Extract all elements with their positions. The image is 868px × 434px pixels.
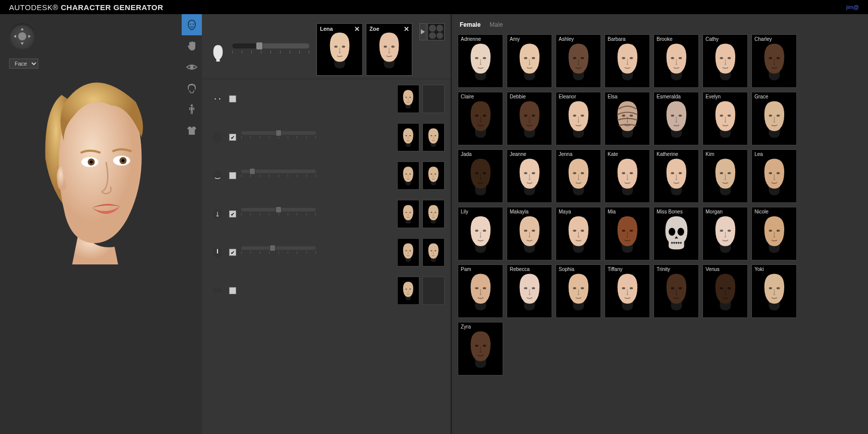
feature-thumb[interactable] bbox=[422, 85, 445, 113]
close-icon[interactable]: ✕ bbox=[354, 25, 360, 33]
preset-card[interactable]: Esmeralda bbox=[654, 92, 699, 145]
feature-thumb[interactable] bbox=[397, 161, 419, 190]
preset-card[interactable]: Mia bbox=[605, 207, 650, 260]
feature-thumb[interactable] bbox=[422, 161, 445, 190]
body-tool[interactable] bbox=[182, 99, 202, 120]
feature-link-checkbox[interactable]: ✔ bbox=[229, 134, 236, 141]
preset-name: Mia bbox=[608, 209, 616, 214]
feature-thumb[interactable] bbox=[397, 238, 419, 266]
preset-card[interactable]: Jenna bbox=[556, 149, 601, 203]
preset-name: Nicole bbox=[754, 209, 769, 214]
feature-thumb[interactable] bbox=[422, 123, 445, 151]
model-preview[interactable] bbox=[23, 65, 164, 266]
preset-card[interactable]: Katherine bbox=[654, 149, 699, 203]
feature-link-checkbox[interactable] bbox=[229, 172, 236, 179]
preset-card[interactable]: Evelyn bbox=[702, 92, 748, 145]
preset-card[interactable]: Rebecca bbox=[507, 264, 552, 318]
feature-thumb[interactable] bbox=[397, 200, 419, 228]
preset-card[interactable]: Grace bbox=[751, 92, 797, 145]
preset-card[interactable]: Ashley bbox=[556, 34, 601, 88]
preset-card[interactable]: Makayla bbox=[507, 207, 552, 260]
svg-point-53 bbox=[482, 57, 486, 59]
preset-name: Rebecca bbox=[510, 266, 529, 272]
user-link[interactable]: jim@ bbox=[846, 4, 859, 10]
preset-card[interactable]: Claire bbox=[458, 92, 503, 145]
feature-link-checkbox[interactable]: ✔ bbox=[229, 249, 236, 256]
face-tool[interactable] bbox=[182, 14, 202, 35]
preset-card[interactable]: Jada bbox=[458, 149, 503, 203]
preset-card[interactable]: Trinity bbox=[654, 264, 699, 318]
svg-point-74 bbox=[671, 115, 674, 117]
layout-grid-icon[interactable] bbox=[427, 23, 445, 40]
preset-card[interactable]: Lily bbox=[458, 207, 503, 260]
preset-card[interactable]: Kate bbox=[605, 149, 650, 203]
svg-point-70 bbox=[573, 115, 576, 117]
eye-tool[interactable] bbox=[182, 57, 202, 78]
feature-slider[interactable] bbox=[241, 170, 316, 182]
preset-card[interactable]: Nicole bbox=[751, 207, 797, 260]
preset-card[interactable]: Adrienne bbox=[458, 34, 503, 88]
svg-marker-1 bbox=[21, 28, 24, 30]
svg-point-63 bbox=[727, 57, 731, 59]
svg-point-11 bbox=[190, 24, 191, 25]
preset-card[interactable]: Cathy bbox=[702, 34, 748, 88]
preset-card[interactable]: Lea bbox=[751, 149, 797, 203]
preset-card[interactable]: Tiffany bbox=[605, 264, 650, 318]
preset-card[interactable]: Brooke bbox=[654, 34, 699, 88]
library-tab[interactable]: Male bbox=[490, 21, 503, 28]
preset-card[interactable]: Kim bbox=[702, 149, 748, 203]
feature-thumb[interactable] bbox=[397, 123, 419, 151]
feature-slider[interactable] bbox=[241, 208, 316, 220]
hand-tool[interactable] bbox=[182, 35, 202, 57]
preset-card[interactable]: Morgan bbox=[702, 207, 748, 260]
preset-card[interactable]: Barbara bbox=[605, 34, 650, 88]
svg-point-52 bbox=[475, 57, 478, 59]
svg-point-36 bbox=[409, 174, 411, 175]
preset-card[interactable]: Yoki bbox=[751, 264, 797, 318]
feature-slider[interactable] bbox=[241, 131, 316, 143]
svg-point-89 bbox=[678, 172, 682, 174]
svg-point-105 bbox=[727, 230, 731, 232]
close-icon[interactable]: ✕ bbox=[404, 25, 409, 33]
library-tab[interactable]: Female bbox=[460, 21, 480, 28]
svg-point-37 bbox=[430, 174, 432, 175]
preset-card[interactable]: Zyra bbox=[458, 322, 503, 375]
preset-card[interactable]: Debbie bbox=[507, 92, 552, 145]
preset-name: Amy bbox=[510, 36, 520, 42]
clothing-tool[interactable] bbox=[182, 120, 202, 141]
expand-library-button[interactable] bbox=[419, 23, 426, 40]
feature-thumb[interactable] bbox=[397, 85, 419, 113]
preset-card[interactable]: Jeanne bbox=[507, 149, 552, 203]
blend-target-card[interactable]: Zoe ✕ bbox=[366, 23, 412, 76]
preset-name: Miss Bones bbox=[657, 209, 683, 214]
feature-link-checkbox[interactable]: ✔ bbox=[229, 210, 236, 218]
blend-target-card[interactable]: Lena ✕ bbox=[316, 23, 363, 76]
feature-slider[interactable] bbox=[241, 246, 316, 258]
preset-card[interactable]: Amy bbox=[507, 34, 552, 88]
feature-thumb[interactable] bbox=[397, 277, 419, 305]
svg-point-49 bbox=[218, 288, 222, 294]
feature-thumb[interactable] bbox=[422, 238, 445, 266]
preset-card[interactable]: Eleanor bbox=[556, 92, 601, 145]
preset-card[interactable]: Pam bbox=[458, 264, 503, 318]
preset-card[interactable]: Charley bbox=[751, 34, 797, 88]
preset-card[interactable]: Sophia bbox=[556, 264, 601, 318]
orbit-gizmo[interactable] bbox=[9, 23, 35, 49]
preset-card[interactable]: Venus bbox=[702, 264, 748, 318]
feature-row bbox=[211, 161, 445, 190]
svg-point-91 bbox=[727, 172, 731, 174]
feature-thumb[interactable] bbox=[422, 200, 445, 228]
master-blend-slider[interactable] bbox=[232, 43, 309, 62]
feature-link-checkbox[interactable] bbox=[229, 287, 236, 294]
hair-tool[interactable] bbox=[182, 78, 202, 99]
svg-point-94 bbox=[475, 230, 478, 232]
preset-card[interactable]: Miss Bones bbox=[654, 207, 699, 260]
preset-card[interactable]: Maya bbox=[556, 207, 601, 260]
svg-point-20 bbox=[334, 45, 337, 47]
feature-row: ✔ bbox=[211, 238, 445, 267]
preset-card[interactable]: Elsa bbox=[605, 92, 650, 145]
svg-point-14 bbox=[191, 104, 193, 106]
feature-link-checkbox[interactable] bbox=[229, 95, 236, 102]
feature-thumb[interactable] bbox=[422, 277, 445, 305]
svg-rect-19 bbox=[193, 107, 194, 110]
